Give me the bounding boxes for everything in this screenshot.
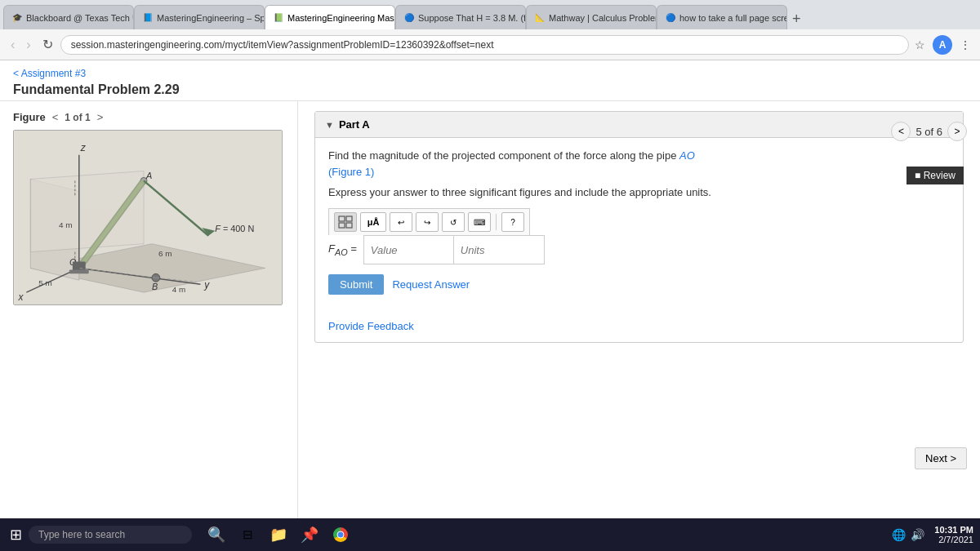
part-a-body: Find the magnitude of the projected comp… xyxy=(315,138,963,342)
action-row: Submit Request Answer xyxy=(328,274,950,295)
tab-mathway[interactable]: 📐 Mathway | Calculus Problem... ✕ xyxy=(526,5,657,29)
svg-text:4 m: 4 m xyxy=(59,220,73,229)
figure-panel: Figure < 1 of 1 > xyxy=(0,101,298,518)
value-input[interactable] xyxy=(364,236,454,264)
main-area: Figure < 1 of 1 > xyxy=(0,101,980,518)
svg-rect-33 xyxy=(346,216,352,221)
pinned-explorer[interactable]: 📁 xyxy=(264,520,293,549)
volume-icon[interactable]: 🔊 xyxy=(911,528,924,541)
next-button[interactable]: Next > xyxy=(915,447,967,469)
tab-bar: 🎓 Blackboard @ Texas Tech Un... ✕ 📘 Mast… xyxy=(0,0,980,29)
explorer-icon: 📁 xyxy=(270,526,287,544)
figure-header: Figure < 1 of 1 > xyxy=(13,111,287,123)
new-tab-button[interactable]: + xyxy=(787,11,806,28)
page-content: < Assignment #3 Fundamental Problem 2.29… xyxy=(0,60,980,518)
figure-label: Figure xyxy=(13,111,46,123)
bookmark-icon[interactable]: ☆ xyxy=(912,36,928,54)
toolbar-keyboard-btn[interactable]: ⌨ xyxy=(468,212,491,232)
express-text: Express your answer to three significant… xyxy=(328,186,950,198)
svg-text:4 m: 4 m xyxy=(172,285,185,294)
figure-diagram: z x y O A xyxy=(14,131,282,304)
network-icon[interactable]: 🌐 xyxy=(892,528,906,541)
tab-label-mastering-spring: MasteringEngineering – Spri... xyxy=(157,13,265,23)
provide-feedback-link[interactable]: Provide Feedback xyxy=(328,320,414,332)
tab-label-suppose: Suppose That H = 3.8 M. (fi... xyxy=(418,13,526,23)
toolbar-units-btn[interactable]: μÅ xyxy=(360,212,386,232)
svg-rect-28 xyxy=(69,269,89,273)
input-toolbar: μÅ ↩ ↪ ↺ ⌨ ? xyxy=(328,208,530,235)
tab-label-mathway: Mathway | Calculus Problem... xyxy=(549,13,657,23)
pinned-chrome[interactable] xyxy=(326,520,355,549)
start-button[interactable]: ⊞ xyxy=(7,522,25,547)
svg-rect-31 xyxy=(339,216,345,221)
part-a-header[interactable]: ▼ Part A xyxy=(315,112,963,138)
address-bar[interactable] xyxy=(60,35,909,55)
submit-button[interactable]: Submit xyxy=(328,274,384,295)
svg-rect-34 xyxy=(346,223,352,228)
prev-problem-button[interactable]: < xyxy=(891,122,911,141)
back-button[interactable]: ‹ xyxy=(7,36,19,54)
cortana-icon: 🔍 xyxy=(207,526,225,544)
pipe-label: AO xyxy=(679,149,695,162)
request-answer-link[interactable]: Request Answer xyxy=(392,278,470,291)
svg-text:x: x xyxy=(17,291,24,303)
figure-box: z x y O A xyxy=(13,130,283,305)
input-wrapper xyxy=(363,235,545,264)
units-input[interactable] xyxy=(454,236,544,264)
equation-label: FAO = xyxy=(328,242,357,257)
problem-nav: < 5 of 6 > xyxy=(891,122,967,141)
taskbar-search[interactable] xyxy=(29,526,192,544)
clock-date: 2/7/2021 xyxy=(934,535,973,544)
figure-ref[interactable]: (Figure 1) xyxy=(328,166,374,178)
page-header: < Assignment #3 Fundamental Problem 2.29 xyxy=(0,60,980,101)
svg-text:B: B xyxy=(152,282,158,291)
tab-label-mastering-mast: MasteringEngineering Mast... xyxy=(287,13,395,23)
problem-title: Fundamental Problem 2.29 xyxy=(13,82,967,97)
tab-icon-suppose: 🔵 xyxy=(404,13,414,22)
figure-prev-button[interactable]: < xyxy=(52,111,59,123)
toolbar-help-btn[interactable]: ? xyxy=(501,212,524,232)
taskbar-pinned: 🔍 ⊟ 📁 📌 xyxy=(202,520,355,549)
pinned-pin[interactable]: 📌 xyxy=(295,520,324,549)
part-a-arrow: ▼ xyxy=(325,120,334,130)
next-problem-button[interactable]: > xyxy=(947,122,967,141)
settings-icon[interactable]: ⋮ xyxy=(957,36,973,54)
tab-label-blackboard: Blackboard @ Texas Tech Un... xyxy=(26,13,134,23)
tab-mastering-mast[interactable]: 📗 MasteringEngineering Mast... ✕ xyxy=(265,5,395,29)
taskbar: ⊞ 🔍 ⊟ 📁 📌 🌐 🔊 10:31 PM 2/ xyxy=(0,518,980,551)
figure-next-button[interactable]: > xyxy=(97,111,104,123)
tab-suppose[interactable]: 🔵 Suppose That H = 3.8 M. (fi... ✕ xyxy=(395,5,526,29)
svg-text:A: A xyxy=(145,171,152,180)
assignment-link[interactable]: < Assignment #3 xyxy=(13,68,86,79)
answer-row: FAO = xyxy=(328,235,950,264)
svg-marker-3 xyxy=(30,171,144,252)
tab-mastering-spring[interactable]: 📘 MasteringEngineering – Spri... ✕ xyxy=(134,5,265,29)
pinned-cortana[interactable]: 🔍 xyxy=(202,520,231,549)
tab-icon-screenshot: 🔵 xyxy=(666,13,675,22)
chrome-icon xyxy=(333,527,348,542)
problem-panel: ▼ Part A Find the magnitude of the proje… xyxy=(298,101,980,518)
tab-label-screenshot: how to take a full page scre... xyxy=(679,13,787,23)
pinned-taskview[interactable]: ⊟ xyxy=(233,520,262,549)
problem-counter: 5 of 6 xyxy=(915,126,942,138)
tab-icon-mastering-mast: 📗 xyxy=(274,13,283,22)
reload-button[interactable]: ↻ xyxy=(38,35,57,54)
tab-blackboard[interactable]: 🎓 Blackboard @ Texas Tech Un... ✕ xyxy=(3,5,134,29)
toolbar-reset-btn[interactable]: ↺ xyxy=(442,212,465,232)
forward-button[interactable]: › xyxy=(22,36,34,54)
toolbar-matrix-btn[interactable] xyxy=(334,212,357,232)
question-line1: Find the magnitude of the projected comp… xyxy=(328,149,676,162)
tab-icon-mathway: 📐 xyxy=(535,13,545,22)
pin-icon: 📌 xyxy=(301,526,318,544)
svg-text:z: z xyxy=(80,142,86,153)
svg-text:5 m: 5 m xyxy=(38,278,52,287)
taskview-icon: ⊟ xyxy=(243,527,253,542)
part-a-section: ▼ Part A Find the magnitude of the proje… xyxy=(314,111,964,343)
tab-screenshot[interactable]: 🔵 how to take a full page scre... ✕ xyxy=(657,5,787,29)
toolbar-redo-btn[interactable]: ↪ xyxy=(416,212,439,232)
taskbar-time[interactable]: 10:31 PM 2/7/2021 xyxy=(934,525,973,544)
taskbar-system-icons: 🌐 🔊 xyxy=(892,528,924,541)
review-button[interactable]: ■ Review xyxy=(906,167,964,184)
browser-frame: 🎓 Blackboard @ Texas Tech Un... ✕ 📘 Mast… xyxy=(0,0,980,551)
toolbar-undo-btn[interactable]: ↩ xyxy=(390,212,412,232)
